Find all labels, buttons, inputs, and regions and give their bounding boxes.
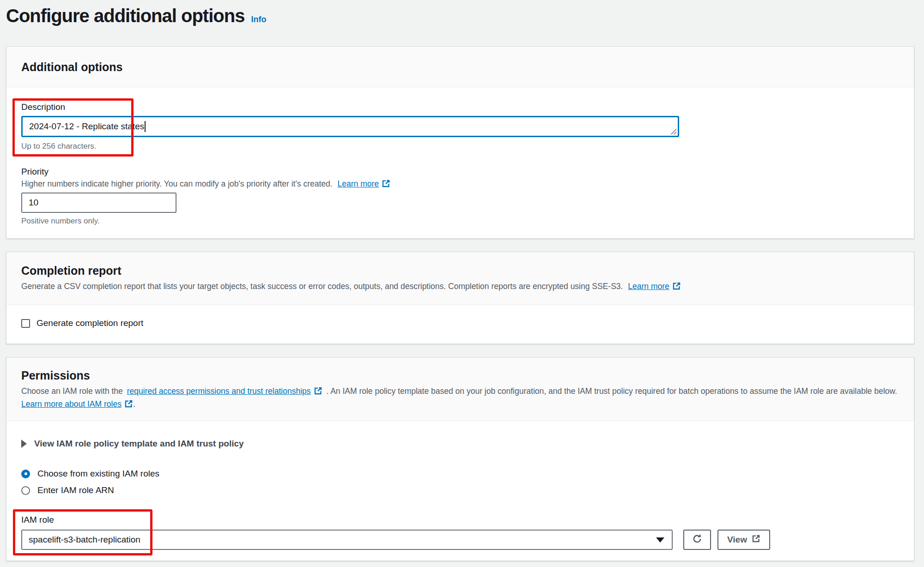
- permissions-learn-more-suffix: .: [133, 399, 135, 409]
- additional-options-heading: Additional options: [21, 60, 122, 74]
- iam-policy-expander[interactable]: View IAM role policy template and IAM tr…: [21, 439, 244, 449]
- iam-role-select[interactable]: spacelift-s3-batch-replication: [21, 530, 673, 550]
- additional-options-header: Additional options: [6, 47, 914, 87]
- priority-description-text: Higher numbers indicate higher priority.…: [21, 179, 333, 188]
- refresh-icon: [692, 534, 702, 546]
- iam-role-selected-value: spacelift-s3-batch-replication: [29, 535, 140, 545]
- external-link-icon: [124, 399, 133, 410]
- priority-description: Higher numbers indicate higher priority.…: [21, 179, 390, 190]
- resize-handle-icon[interactable]: [670, 128, 676, 134]
- radio-label: Choose from existing IAM roles: [37, 469, 159, 479]
- priority-constraint: Positive numbers only.: [21, 217, 100, 226]
- permissions-description-suffix: . An IAM role policy template based on y…: [326, 386, 897, 396]
- external-link-icon: [314, 386, 322, 398]
- info-link[interactable]: Info: [251, 15, 266, 24]
- description-label: Description: [21, 102, 65, 112]
- refresh-iam-roles-button[interactable]: [683, 530, 711, 550]
- generate-report-checkbox[interactable]: [21, 319, 30, 328]
- description-value: 2024-07-12 - Replicate states: [29, 121, 144, 132]
- generate-report-row: Generate completion report: [21, 318, 143, 328]
- page: Configure additional options Info Additi…: [0, 0, 924, 567]
- iam-role-label: IAM role: [21, 515, 54, 525]
- radio-selected-icon[interactable]: [21, 470, 30, 478]
- priority-learn-more-link[interactable]: Learn more: [338, 179, 379, 188]
- description-constraint: Up to 256 characters.: [21, 142, 97, 151]
- external-link-icon: [752, 534, 760, 545]
- required-permissions-link[interactable]: required access permissions and trust re…: [127, 386, 311, 396]
- radio-choose-existing-iam-roles[interactable]: Choose from existing IAM roles: [21, 469, 159, 479]
- permissions-body: View IAM role policy template and IAM tr…: [6, 421, 914, 561]
- permissions-description-line1: Choose an IAM role with the required acc…: [21, 386, 897, 398]
- completion-report-body: Generate completion report: [6, 305, 914, 344]
- external-link-icon: [382, 179, 390, 190]
- permissions-header: Permissions Choose an IAM role with the …: [6, 358, 914, 421]
- additional-options-card: Additional options Description 2024-07-1…: [6, 46, 914, 239]
- permissions-description-prefix: Choose an IAM role with the: [21, 386, 123, 396]
- view-iam-role-button[interactable]: View: [717, 530, 770, 550]
- permissions-description-line2: Learn more about IAM roles.: [21, 399, 135, 410]
- generate-report-label: Generate completion report: [36, 318, 143, 328]
- chevron-down-icon: [656, 537, 664, 543]
- expander-label: View IAM role policy template and IAM tr…: [34, 439, 244, 449]
- completion-report-heading: Completion report: [21, 264, 122, 277]
- permissions-heading: Permissions: [21, 369, 90, 382]
- text-caret: [145, 121, 146, 132]
- completion-report-description: Generate a CSV completion report that li…: [21, 282, 681, 293]
- external-link-icon: [672, 282, 681, 293]
- view-button-label: View: [727, 535, 747, 545]
- learn-more-iam-roles-link[interactable]: Learn more about IAM roles: [21, 399, 122, 409]
- radio-enter-iam-role-arn[interactable]: Enter IAM role ARN: [21, 485, 114, 495]
- completion-report-description-text: Generate a CSV completion report that li…: [21, 282, 623, 291]
- completion-report-header: Completion report Generate a CSV complet…: [6, 252, 914, 305]
- radio-label: Enter IAM role ARN: [37, 485, 114, 495]
- priority-label: Priority: [21, 167, 49, 177]
- completion-report-card: Completion report Generate a CSV complet…: [6, 252, 914, 344]
- page-header: Configure additional options Info: [6, 6, 266, 26]
- expander-triangle-icon: [21, 440, 27, 448]
- radio-unselected-icon[interactable]: [21, 486, 30, 495]
- completion-learn-more-link[interactable]: Learn more: [628, 282, 669, 291]
- priority-input[interactable]: 10: [21, 193, 176, 213]
- description-textarea[interactable]: 2024-07-12 - Replicate states: [21, 116, 679, 137]
- additional-options-body: Description 2024-07-12 - Replicate state…: [6, 87, 914, 239]
- page-title: Configure additional options: [6, 6, 244, 26]
- priority-value: 10: [29, 198, 38, 208]
- permissions-card: Permissions Choose an IAM role with the …: [6, 357, 914, 561]
